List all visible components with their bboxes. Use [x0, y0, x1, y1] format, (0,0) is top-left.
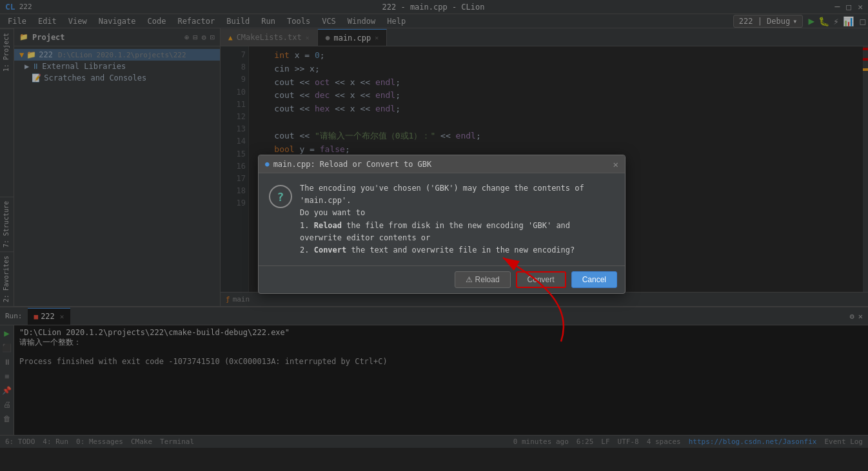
reload-button[interactable]: ⚠ Reload — [455, 271, 510, 288]
menu-view[interactable]: View — [63, 15, 92, 27]
project-folder-icon: 📁 — [19, 33, 28, 41]
tree-item-root[interactable]: ▼ 📁 222 D:\CLion 2020.1.2\projects\222 — [14, 49, 220, 61]
cancel-button[interactable]: Cancel — [571, 271, 617, 288]
sidebar-label-structure[interactable]: 7: Structure — [0, 197, 14, 251]
debug-button[interactable]: 🐛 — [818, 16, 829, 26]
breadcrumb-text: main — [233, 295, 250, 303]
tree-item-ext-libs[interactable]: ▶ ⏸ External Libraries — [14, 61, 220, 72]
status-run[interactable]: 4: Run — [43, 437, 68, 446]
menu-tools[interactable]: Tools — [282, 15, 315, 27]
run-pin-icon[interactable]: 📌 — [2, 386, 12, 395]
menu-navigate[interactable]: Navigate — [94, 15, 141, 27]
run-delete-icon[interactable]: 🗑 — [3, 414, 11, 423]
dialog-title: ● main.cpp: Reload or Convert to GBK — [265, 160, 431, 169]
project-panel: 📁 Project ⊕ ⊟ ⚙ ⊡ ▼ 📁 222 D:\CLion 2020.… — [14, 28, 221, 306]
run-pause-icon[interactable]: ⏸ — [3, 358, 11, 367]
tree-arrow-ext: ▶ — [25, 62, 29, 71]
dialog-body: ? The encoding you've chosen ('GBK') may… — [259, 173, 625, 265]
code-line-8: cin >> x; — [254, 62, 863, 76]
tab-maincpp[interactable]: ● main.cpp ✕ — [318, 29, 387, 46]
expand-button[interactable]: □ — [860, 16, 865, 26]
cpp-file-icon: ● — [326, 34, 330, 42]
terminal-label: Terminal — [160, 437, 194, 446]
menu-file[interactable]: File — [3, 15, 32, 27]
project-gear-icon[interactable]: ⚙ — [202, 33, 206, 42]
run-stop-icon[interactable]: ⬛ — [2, 343, 12, 352]
tab-cmakelists-close[interactable]: ✕ — [306, 34, 310, 41]
bottom-panel: Run: ■ 222 ✕ ⚙ ✕ ▶ ⬛ ⏸ ≡ 📌 🖨 🗑 "D:\CLion… — [0, 306, 868, 435]
project-hide-icon[interactable]: ⊡ — [210, 33, 215, 42]
project-sync-icon[interactable]: ⊕ — [184, 33, 189, 42]
project-collapse-icon[interactable]: ⊟ — [193, 33, 197, 42]
tab-bar: ▲ CMakeLists.txt ✕ ● main.cpp ✕ — [221, 28, 868, 46]
title-menu-file[interactable]: 222 — [19, 3, 32, 11]
bottom-content-area: ▶ ⬛ ⏸ ≡ 📌 🖨 🗑 "D:\CLion 2020.1.2\project… — [0, 325, 868, 435]
run-print-icon[interactable]: 🖨 — [3, 400, 11, 409]
status-linesep[interactable]: LF — [601, 437, 609, 446]
run-scroll-icon[interactable]: ≡ — [5, 372, 9, 381]
bottom-panel-header: Run: ■ 222 ✕ ⚙ ✕ — [0, 307, 868, 325]
output-line-4: Process finished with exit code -1073741… — [19, 357, 863, 366]
profile-button[interactable]: 📊 — [843, 16, 854, 26]
menu-refactor[interactable]: Refactor — [172, 15, 220, 27]
code-line-13: cout << "请输入一个布尔值（0或1）：" << endl; — [254, 130, 863, 143]
run-button[interactable]: ▶ — [808, 15, 814, 27]
bottom-tab-run[interactable]: ■ 222 ✕ — [28, 308, 71, 325]
minimize-button[interactable]: ─ — [835, 2, 840, 12]
terminal-output: "D:\CLion 2020.1.2\projects\222\cmake-bu… — [14, 325, 868, 435]
line-numbers: 7 8 9 10 11 12 13 14 15 16 17 18 19 — [221, 46, 249, 292]
breadcrumb: ƒ main — [221, 292, 868, 306]
run-play-icon[interactable]: ▶ — [4, 328, 9, 338]
status-terminal[interactable]: Terminal — [160, 437, 194, 446]
status-todo[interactable]: 6: TODO — [5, 437, 35, 446]
run-tab-label: 222 — [41, 312, 55, 321]
menu-vcs[interactable]: VCS — [317, 15, 341, 27]
dialog-close-button[interactable]: ✕ — [613, 159, 618, 169]
run-tab-close[interactable]: ✕ — [60, 312, 64, 321]
cmake-file-icon: ▲ — [228, 34, 233, 42]
menu-run[interactable]: Run — [256, 15, 281, 27]
bottom-close-icon[interactable]: ✕ — [858, 312, 863, 321]
menu-build[interactable]: Build — [221, 15, 255, 27]
tab-cmakelists-label: CMakeLists.txt — [237, 33, 302, 42]
reload-convert-dialog[interactable]: ● main.cpp: Reload or Convert to GBK ✕ ?… — [258, 155, 626, 294]
status-bar: 6: TODO 4: Run 0: Messages CMake Termina… — [0, 435, 868, 448]
status-messages[interactable]: 0: Messages — [76, 437, 123, 446]
sidebar-label-favorites[interactable]: 2: Favorites — [0, 251, 14, 306]
scrollbar-mark-3 — [863, 68, 868, 71]
status-event-log[interactable]: Event Log — [824, 437, 863, 446]
status-cmake[interactable]: CMake — [131, 437, 152, 446]
menu-help[interactable]: Help — [382, 15, 411, 27]
maximize-button[interactable]: □ — [846, 2, 851, 12]
tab-maincpp-close[interactable]: ✕ — [375, 34, 379, 41]
menu-edit[interactable]: Edit — [33, 15, 62, 27]
coverage-button[interactable]: ⚡ — [833, 16, 838, 26]
menu-window[interactable]: Window — [342, 15, 380, 27]
messages-label: 0: Messages — [76, 437, 123, 446]
code-line-7: int x = 0; — [254, 49, 863, 62]
convert-bold: Convert — [314, 245, 347, 255]
title-bar-title: 222 - main.cpp - CLion — [382, 3, 485, 12]
convert-button[interactable]: Convert — [516, 271, 566, 288]
project-panel-title: Project — [32, 33, 181, 42]
dialog-footer: ⚠ Reload Convert Cancel — [259, 265, 625, 293]
tree-root-path: D:\CLion 2020.1.2\projects\222 — [58, 51, 186, 59]
status-encoding[interactable]: UTF-8 — [618, 437, 639, 446]
editor-scrollbar[interactable] — [863, 46, 868, 292]
tree-scratches-label: Scratches and Consoles — [44, 73, 146, 82]
run-tab-icon: ■ — [34, 312, 39, 321]
menu-code[interactable]: Code — [143, 15, 172, 27]
close-button[interactable]: ✕ — [858, 2, 863, 12]
run-configuration[interactable]: 222 | Debug ▾ — [733, 15, 804, 28]
tab-cmakelists[interactable]: ▲ CMakeLists.txt ✕ — [221, 29, 318, 46]
status-position[interactable]: 6:25 — [577, 437, 594, 446]
tab-maincpp-label: main.cpp — [333, 34, 371, 43]
tree-folder-icon: 📁 — [26, 50, 36, 59]
output-line-1: "D:\CLion 2020.1.2\projects\222\cmake-bu… — [19, 328, 863, 337]
status-spaces[interactable]: 4 spaces — [647, 437, 681, 446]
status-url[interactable]: https://blog.csdn.net/Jasonfix — [689, 437, 817, 446]
sidebar-label-project[interactable]: 1: Project — [0, 28, 14, 75]
bottom-settings-icon[interactable]: ⚙ — [850, 312, 854, 321]
tree-item-scratches[interactable]: ▶ 📝 Scratches and Consoles — [14, 72, 220, 84]
run-label: Run: — [5, 312, 23, 320]
